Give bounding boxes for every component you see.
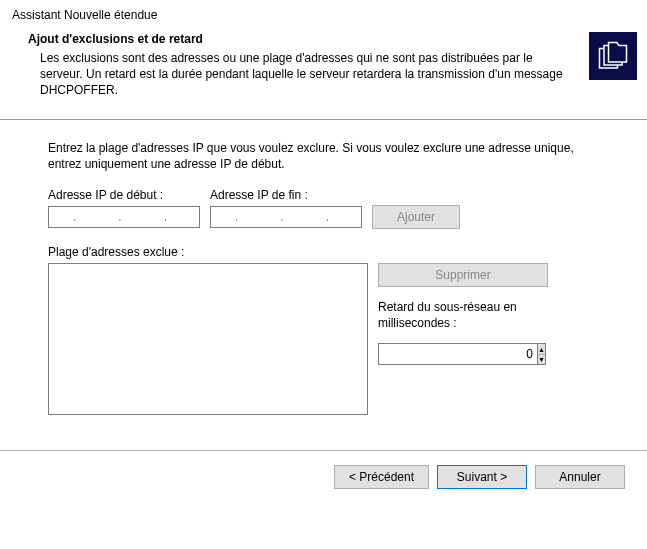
scope-folder-icon xyxy=(589,32,637,80)
cancel-button[interactable]: Annuler xyxy=(535,465,625,489)
add-button[interactable]: Ajouter xyxy=(372,205,460,229)
back-button[interactable]: < Précédent xyxy=(334,465,429,489)
start-ip-group: Adresse IP de début : xyxy=(48,188,200,228)
window-title: Assistant Nouvelle étendue xyxy=(0,0,647,26)
delay-label: Retard du sous-réseau en millisecondes : xyxy=(378,299,548,331)
header-title: Ajout d'exclusions et de retard xyxy=(28,32,577,46)
end-ip-group: Adresse IP de fin : xyxy=(210,188,362,228)
wizard-body: Entrez la plage d'adresses IP que vous v… xyxy=(0,120,647,450)
spinner-buttons: ▲ ▼ xyxy=(538,343,546,365)
spinner-up-button[interactable]: ▲ xyxy=(538,344,545,355)
wizard-window: Assistant Nouvelle étendue Ajout d'exclu… xyxy=(0,0,647,503)
right-column: Supprimer Retard du sous-réseau en milli… xyxy=(378,263,548,365)
wizard-header: Ajout d'exclusions et de retard Les excl… xyxy=(0,26,647,120)
end-ip-input[interactable] xyxy=(210,206,362,228)
remove-button[interactable]: Supprimer xyxy=(378,263,548,287)
start-ip-input[interactable] xyxy=(48,206,200,228)
header-description: Les exclusions sont des adresses ou une … xyxy=(28,50,577,99)
spinner-down-button[interactable]: ▼ xyxy=(538,355,545,365)
excluded-range-list[interactable] xyxy=(48,263,368,415)
header-text: Ajout d'exclusions et de retard Les excl… xyxy=(28,32,589,99)
start-ip-label: Adresse IP de début : xyxy=(48,188,200,202)
title-text: Assistant Nouvelle étendue xyxy=(12,8,157,22)
delay-input[interactable] xyxy=(378,343,538,365)
end-ip-label: Adresse IP de fin : xyxy=(210,188,362,202)
wizard-footer: < Précédent Suivant > Annuler xyxy=(0,450,647,503)
intro-text: Entrez la plage d'adresses IP que vous v… xyxy=(48,140,605,172)
next-button[interactable]: Suivant > xyxy=(437,465,527,489)
excluded-row: Supprimer Retard du sous-réseau en milli… xyxy=(48,263,605,415)
excluded-range-label: Plage d'adresses exclue : xyxy=(48,245,605,259)
add-button-group: Ajouter xyxy=(372,188,460,229)
delay-spinner: ▲ ▼ xyxy=(378,343,466,365)
ip-range-row: Adresse IP de début : Adresse IP de fin … xyxy=(48,188,605,229)
